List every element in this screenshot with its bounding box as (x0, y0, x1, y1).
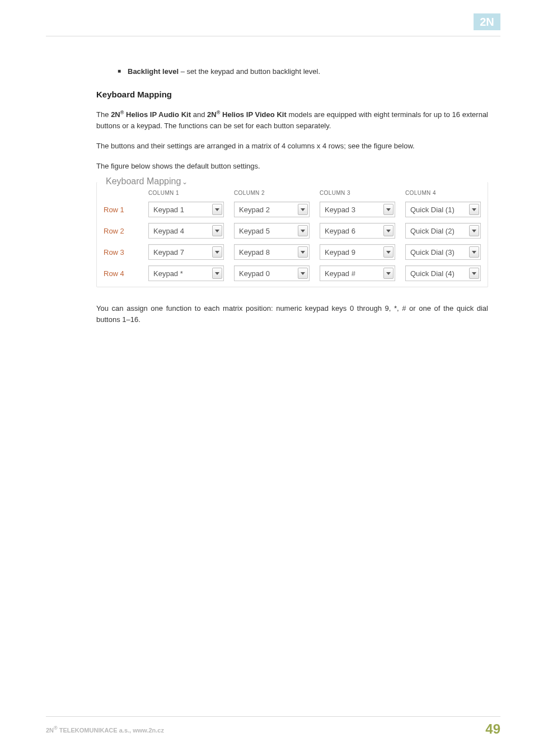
dropdown-icon (298, 204, 308, 215)
row2-col1-select[interactable]: Keypad 4 (148, 223, 224, 239)
col-header-1: COLUMN 1 (148, 190, 224, 196)
svg-marker-11 (301, 251, 305, 254)
row3-col4-select[interactable]: Quick Dial (3) (405, 244, 481, 260)
dropdown-icon (298, 246, 308, 258)
row3-col1-select[interactable]: Keypad 7 (148, 244, 224, 260)
svg-marker-8 (386, 230, 391, 232)
svg-marker-4 (386, 208, 391, 211)
svg-marker-14 (215, 272, 219, 275)
keyboard-mapping-card: Keyboard Mapping⌄ COLUMN 1 COLUMN 2 COLU… (96, 182, 488, 287)
heading-keyboard-mapping: Keyboard Mapping (96, 90, 488, 99)
svg-marker-13 (472, 251, 476, 254)
bullet-strong: Backlight level (128, 67, 179, 76)
svg-marker-5 (472, 208, 476, 211)
col-header-4: COLUMN 4 (405, 190, 481, 196)
svg-text:2N: 2N (480, 16, 494, 28)
svg-marker-2 (215, 208, 219, 211)
card-legend[interactable]: Keyboard Mapping⌄ (104, 176, 190, 186)
row1-col2-select[interactable]: Keypad 2 (234, 202, 310, 217)
card-title: Keyboard Mapping (106, 176, 181, 186)
col-header-3: COLUMN 3 (320, 190, 395, 196)
col-header-2: COLUMN 2 (234, 190, 310, 196)
page-number: 49 (485, 721, 500, 737)
dropdown-icon (212, 204, 222, 215)
row2-col4-select[interactable]: Quick Dial (2) (405, 223, 481, 239)
paragraph-matrix: The buttons and their settings are arran… (96, 141, 488, 152)
row-1-label: Row 1 (104, 206, 138, 214)
chevron-down-icon: ⌄ (181, 178, 188, 186)
row2-col3-select[interactable]: Keypad 6 (320, 223, 395, 239)
paragraph-intro: The 2N® Helios IP Audio Kit and 2N® Heli… (96, 107, 488, 132)
row2-col2-select[interactable]: Keypad 5 (234, 223, 310, 239)
dropdown-icon (383, 246, 394, 258)
footer-divider (46, 716, 500, 717)
dropdown-icon (383, 225, 394, 236)
row3-col3-select[interactable]: Keypad 9 (320, 244, 395, 260)
row1-col3-select[interactable]: Keypad 3 (320, 202, 395, 217)
svg-marker-17 (472, 272, 476, 275)
footer-company: 2N® TELEKOMUNIKACE a.s., www.2n.cz (46, 725, 164, 734)
row4-col2-select[interactable]: Keypad 0 (234, 265, 310, 281)
bullet-text: Backlight level – set the keypad and but… (128, 66, 320, 77)
paragraph-figure: The figure below shows the default butto… (96, 161, 488, 172)
dropdown-icon (383, 268, 394, 279)
logo-2n: 2N (474, 13, 500, 30)
svg-marker-9 (472, 230, 476, 232)
svg-marker-12 (386, 251, 391, 254)
dropdown-icon (212, 268, 222, 279)
row4-col3-select[interactable]: Keypad # (320, 265, 395, 281)
svg-marker-7 (301, 230, 305, 232)
row-2-label: Row 2 (104, 227, 138, 235)
header-divider (46, 36, 500, 36)
svg-marker-16 (386, 272, 391, 275)
paragraph-assign: You can assign one function to each matr… (96, 303, 488, 325)
dropdown-icon (298, 268, 308, 279)
row4-col1-select[interactable]: Keypad * (148, 265, 224, 281)
svg-marker-15 (301, 272, 305, 275)
row4-col4-select[interactable]: Quick Dial (4) (405, 265, 481, 281)
dropdown-icon (469, 246, 479, 258)
row3-col2-select[interactable]: Keypad 8 (234, 244, 310, 260)
bullet-rest: – set the keypad and button backlight le… (179, 67, 320, 76)
bullet-marker: ■ (118, 66, 128, 76)
row1-col1-select[interactable]: Keypad 1 (148, 202, 224, 217)
dropdown-icon (212, 225, 222, 236)
dropdown-icon (212, 246, 222, 258)
row1-col4-select[interactable]: Quick Dial (1) (405, 202, 481, 217)
dropdown-icon (298, 225, 308, 236)
svg-marker-10 (215, 251, 219, 254)
dropdown-icon (469, 225, 479, 236)
dropdown-icon (469, 268, 479, 279)
row-4-label: Row 4 (104, 269, 138, 278)
row-3-label: Row 3 (104, 248, 138, 256)
dropdown-icon (383, 204, 394, 215)
svg-marker-3 (301, 208, 305, 211)
dropdown-icon (469, 204, 479, 215)
svg-marker-6 (215, 230, 219, 232)
bullet-backlight-level: ■ Backlight level – set the keypad and b… (118, 66, 488, 77)
